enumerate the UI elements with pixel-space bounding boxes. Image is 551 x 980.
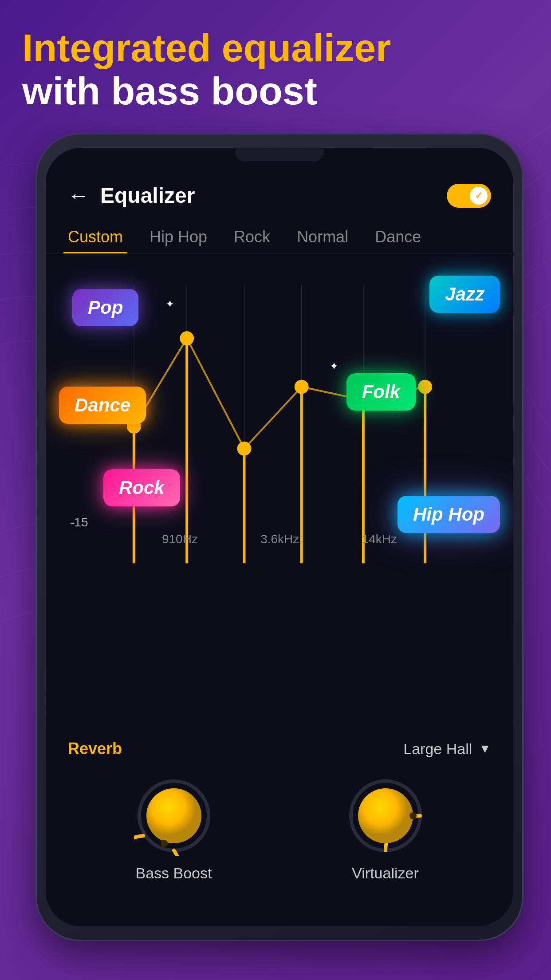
svg-point-13 [180,331,194,345]
badge-rock[interactable]: Rock [103,469,180,506]
dropdown-arrow-icon: ▼ [479,742,491,756]
badge-hiphop[interactable]: Hip Hop [398,496,500,533]
virtualizer-knob-container: Virtualizer [346,776,425,882]
bass-boost-knob[interactable] [134,776,214,856]
svg-point-22 [358,788,413,843]
toggle-switch[interactable]: ✓ [447,184,491,208]
svg-point-20 [161,840,168,847]
header-line2: with bass boost [22,70,529,113]
app-header-left: ← Equalizer [68,183,195,208]
app-title: Equalizer [100,183,195,208]
bottom-controls: Reverb Large Hall ▼ [46,739,513,882]
tab-custom[interactable]: Custom [63,221,127,253]
phone-screen: ← Equalizer ✓ Custom Hip Hop Roc [46,148,513,926]
badge-dance[interactable]: Dance [59,387,146,424]
tab-normal[interactable]: Normal [292,221,353,253]
header-line1: Integrated equalizer [22,27,529,70]
phone-notch [235,148,324,161]
svg-point-17 [418,380,432,394]
freq-label-3: 3.6kHz [260,532,299,546]
badge-pop[interactable]: Pop [72,289,138,326]
db-level-label: -15 [70,515,88,530]
tab-dance[interactable]: Dance [370,221,425,253]
tabs-container: Custom Hip Hop Rock Normal Dance [46,221,513,253]
tab-hiphop[interactable]: Hip Hop [145,221,212,253]
virtualizer-label: Virtualizer [352,865,419,882]
svg-point-19 [146,788,201,843]
toggle-knob: ✓ [470,187,488,205]
reverb-dropdown[interactable]: Large Hall ▼ [403,740,491,758]
svg-point-14 [237,442,252,456]
eq-area: -15 910Hz 3.6kHz 14kHz Pop Jazz Dan [46,262,513,595]
back-button[interactable]: ← [68,183,89,208]
badge-jazz[interactable]: Jazz [429,276,500,313]
freq-labels: 910Hz 3.6kHz 14kHz [46,532,513,546]
reverb-row: Reverb Large Hall ▼ [68,739,491,758]
reverb-label: Reverb [68,739,122,758]
bass-boost-knob-container: Bass Boost [134,776,214,882]
svg-point-15 [295,380,309,394]
knobs-row: Bass Boost [68,776,491,882]
freq-label-4: 14kHz [362,532,397,546]
freq-label-2: 910Hz [162,532,198,546]
bass-boost-label: Bass Boost [136,865,212,882]
badge-folk[interactable]: Folk [346,373,416,411]
tab-rock[interactable]: Rock [229,221,275,253]
reverb-value: Large Hall [403,740,472,758]
svg-point-23 [409,812,417,819]
header-section: Integrated equalizer with bass boost [22,27,529,113]
virtualizer-knob[interactable] [346,776,425,856]
phone-container: ← Equalizer ✓ Custom Hip Hop Roc [35,133,538,953]
toggle-check-icon: ✓ [475,190,483,202]
phone-outer: ← Equalizer ✓ Custom Hip Hop Roc [35,133,523,941]
